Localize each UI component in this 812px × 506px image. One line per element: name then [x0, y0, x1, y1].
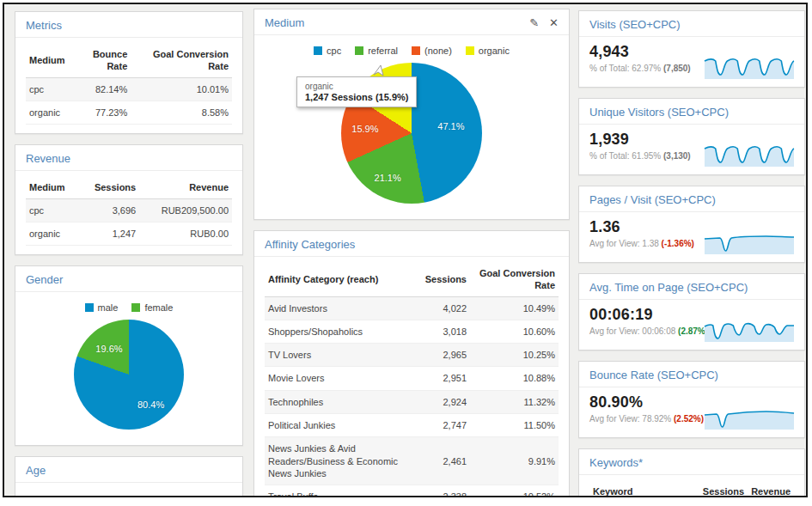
column-header: Medium — [26, 178, 79, 198]
legend-item-female: female — [131, 302, 173, 313]
table-cell: 10.01% — [131, 77, 232, 101]
table-row: cpc82.14%10.01% — [26, 77, 232, 101]
table-cell: cpc — [26, 77, 69, 101]
table-row: Travel Buffs2,33810.52% — [265, 485, 559, 497]
table-cell: organic — [26, 223, 79, 246]
column-header: Sessions — [699, 482, 748, 497]
table-cell: 10.88% — [470, 367, 559, 390]
table-cell: 2,965 — [422, 344, 470, 367]
left-column: Metrics MediumBounce RateGoal Conversion… — [15, 11, 243, 497]
table-cell: 2,338 — [422, 485, 470, 497]
gender-pie-chart[interactable]: 80.4% 19.6% — [74, 320, 184, 430]
mouse-cursor-icon — [371, 64, 385, 82]
pie-slice-label-female: 19.6% — [95, 344, 122, 354]
medium-legend: cpc referral (none) organic — [265, 42, 559, 58]
table-cell: News Junkies & Avid Readers/Business & E… — [265, 437, 422, 485]
table-cell: 11.32% — [470, 390, 559, 413]
table-cell: 77.23% — [69, 101, 131, 124]
table-cell: cpc — [26, 198, 79, 222]
table-cell: Shoppers/Shopaholics — [265, 320, 422, 343]
pages-per-visit-sparkline-chart — [703, 229, 796, 254]
widget-affinity-categories: Affinity Categories Affinity Category (r… — [253, 230, 570, 497]
affinity-table: Affinity Category (reach)SessionsGoal Co… — [265, 264, 559, 497]
widget-title-revenue: Revenue — [26, 152, 70, 165]
widget-bounce-rate: Bounce Rate (SEO+CPC) 80.90% Avg for Vie… — [578, 361, 805, 438]
center-column: Medium ✎ ✕ cpc referral — [253, 9, 570, 497]
kpi-sub-prefix: Avg for View: 00:06:08 — [589, 326, 675, 336]
dashboard-frame: Metrics MediumBounce RateGoal Conversion… — [3, 3, 808, 497]
kpi-sub-prefix: Avg for View: 1.38 — [589, 239, 659, 248]
revenue-table: MediumSessionsRevenuecpc3,696RUB209,500.… — [26, 178, 232, 246]
right-column: Visits (SEO+CPC) 4,943 % of Total: 62.97… — [578, 10, 805, 497]
table-cell: 10.60% — [470, 320, 559, 343]
table-cell: 8.58% — [131, 101, 232, 124]
column-header: Age — [26, 490, 60, 497]
table-cell: 10.25% — [470, 344, 559, 367]
medium-pie-chart[interactable]: 47.1% 21.1% 15.9% organic 1,247 Sessions… — [341, 63, 482, 204]
age-table: AgeSessionsGoal Conversion Rate45-541,45… — [26, 490, 232, 497]
widget-title-age: Age — [26, 464, 46, 477]
legend-item-none: (none) — [412, 46, 452, 56]
widget-metrics: Metrics MediumBounce RateGoal Conversion… — [15, 11, 243, 134]
visits-sparkline-chart — [703, 53, 796, 79]
avg-time-sparkline-chart — [703, 316, 796, 342]
edit-icon[interactable]: ✎ — [529, 17, 539, 28]
close-icon[interactable]: ✕ — [549, 17, 559, 28]
pie-slice-label-referral: 21.1% — [375, 173, 401, 183]
widget-title-pages-per-visit: Pages / Visit (SEO+CPC) — [589, 193, 716, 206]
none-swatch — [412, 46, 420, 55]
table-cell: TV Lovers — [265, 344, 422, 367]
table-cell: RUB0.00 — [139, 223, 232, 246]
widget-title-unique-visitors: Unique Visitors (SEO+CPC) — [589, 106, 729, 119]
kpi-delta: (7,850) — [663, 64, 691, 73]
table-cell: 2,951 — [422, 367, 470, 390]
table-row: Technophiles2,92411.32% — [265, 390, 559, 413]
table-row: Movie Lovers2,95110.88% — [265, 367, 559, 390]
table-row: organic77.23%8.58% — [26, 101, 232, 124]
column-header: Revenue — [748, 482, 794, 497]
male-swatch — [85, 303, 94, 312]
table-cell: organic — [26, 101, 69, 124]
table-row: Shoppers/Shopaholics3,01810.60% — [265, 320, 559, 343]
table-cell: 2,747 — [422, 413, 470, 436]
widget-title-keywords: Keywords* — [589, 456, 643, 469]
table-row: TV Lovers2,96510.25% — [265, 344, 559, 367]
kpi-delta: (3,130) — [663, 151, 691, 161]
widget-keywords: Keywords* KeywordSessionsRevenueзолотые … — [578, 448, 805, 497]
pie-tooltip: organic 1,247 Sessions (15.9%) — [296, 76, 417, 107]
table-row: Avid Investors4,02210.49% — [265, 296, 559, 320]
organic-swatch — [466, 46, 474, 55]
widget-avg-time-on-page: Avg. Time on Page (SEO+CPC) 00:06:19 Avg… — [578, 273, 805, 351]
legend-label: referral — [368, 46, 398, 56]
column-header: Sessions — [60, 490, 114, 497]
gender-pie[interactable] — [74, 320, 184, 430]
legend-item-male: male — [85, 302, 119, 313]
tooltip-value: 1,247 Sessions (15.9%) — [305, 92, 408, 102]
gender-legend: male female — [26, 299, 232, 314]
column-header: Medium — [26, 45, 69, 77]
legend-label: (none) — [424, 46, 452, 56]
widget-title-gender: Gender — [26, 273, 63, 286]
table-cell: 11.50% — [470, 413, 559, 436]
column-header: Affinity Category (reach) — [265, 264, 422, 296]
widget-age: Age AgeSessionsGoal Conversion Rate45-54… — [15, 456, 243, 497]
bounce-rate-sparkline-chart — [703, 404, 796, 430]
keywords-table: KeywordSessionsRevenueзолотые монеты куп… — [589, 482, 794, 497]
column-header: Sessions — [79, 178, 139, 198]
table-cell: 2,924 — [422, 390, 470, 413]
referral-swatch — [355, 46, 363, 55]
column-header: Sessions — [422, 264, 470, 296]
table-cell: 3,696 — [79, 198, 139, 222]
table-cell: Political Junkies — [265, 413, 422, 436]
table-cell: 4,022 — [422, 296, 470, 320]
legend-item-referral: referral — [355, 46, 398, 56]
pie-slice-label-none: 15.9% — [351, 124, 378, 134]
table-cell: 3,018 — [422, 320, 470, 343]
table-cell: RUB209,500.00 — [139, 198, 232, 222]
widget-gender: Gender male female 80.4% 19.6% — [15, 265, 243, 446]
tooltip-series-name: organic — [305, 82, 408, 91]
table-cell: 82.14% — [69, 77, 131, 101]
widget-title-visits: Visits (SEO+CPC) — [589, 18, 681, 31]
legend-label: cpc — [327, 46, 341, 56]
kpi-delta: (-1.36%) — [662, 239, 694, 248]
